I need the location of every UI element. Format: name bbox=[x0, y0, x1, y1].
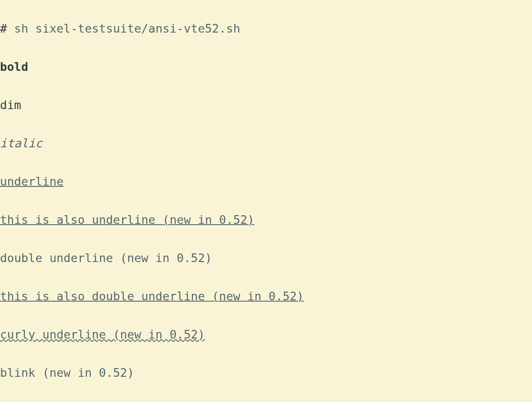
line-curly-underline: curly underline (new in 0.52) bbox=[0, 325, 532, 344]
line-also-underline: this is also underline (new in 0.52) bbox=[0, 210, 532, 229]
underline-text: underline bbox=[0, 175, 63, 188]
curly-underline-text: curly underline (new in 0.52) bbox=[0, 328, 205, 341]
terminal-output: # sh sixel-testsuite/ansi-vte52.sh bold … bbox=[0, 0, 532, 402]
also-double-underline-text: this is also double underline (new in 0.… bbox=[0, 289, 304, 303]
line-underline: underline bbox=[0, 172, 532, 191]
line-also-double-underline: this is also double underline (new in 0.… bbox=[0, 287, 532, 306]
command-text: sh sixel-testsuite/ansi-vte52.sh bbox=[7, 22, 240, 35]
command-line: # sh sixel-testsuite/ansi-vte52.sh bbox=[0, 19, 532, 38]
line-double-underline: double underline (new in 0.52) bbox=[0, 249, 532, 268]
line-italic: italic bbox=[0, 134, 532, 153]
line-dim: dim bbox=[0, 96, 532, 115]
line-bold: bold bbox=[0, 57, 532, 76]
prompt-hash: # bbox=[0, 22, 7, 35]
line-blink: blink (new in 0.52) bbox=[0, 363, 532, 382]
also-underline-text: this is also underline (new in 0.52) bbox=[0, 213, 254, 226]
double-underline-text: double underline (new in 0.52) bbox=[0, 251, 212, 265]
